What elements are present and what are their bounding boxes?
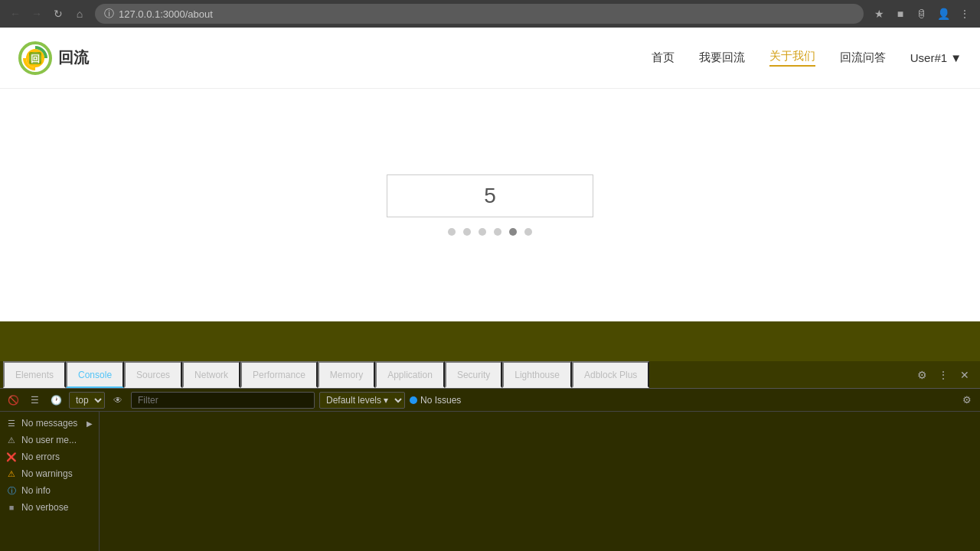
devtools-settings-btn[interactable]: ⚙	[913, 366, 931, 384]
browser-chrome: ← → ↻ ⌂ ⓘ 127.0.0.1:3000/about ★ ■ 🛢 👤 ⋮	[0, 0, 980, 28]
sidebar-item-no-warnings[interactable]: ⚠ No warnings	[0, 465, 99, 482]
levels-select[interactable]: Default levels ▾	[319, 392, 405, 409]
profile-button[interactable]: 👤	[934, 5, 952, 23]
extensions-button[interactable]: ■	[891, 5, 910, 23]
site-navbar: 回 回流 首页 我要回流 关于我们 回流问答 User#1 ▼	[0, 28, 980, 89]
console-main[interactable]	[100, 412, 980, 551]
carousel-dots	[448, 228, 532, 236]
svg-text:回: 回	[31, 54, 40, 64]
tab-sources[interactable]: Sources	[124, 361, 182, 388]
dark-band	[0, 321, 980, 361]
tab-elements[interactable]: Elements	[3, 361, 66, 388]
nav-buttons: ← → ↻ ⌂	[6, 5, 89, 23]
eye-btn[interactable]: 👁	[109, 392, 126, 409]
tab-application[interactable]: Application	[375, 361, 445, 388]
circle-slash-icon: ⚠	[6, 435, 17, 445]
menu-button[interactable]: ⋮	[956, 5, 974, 23]
home-button[interactable]: ⌂	[70, 5, 89, 23]
devtools: Elements Console Sources Network Perform…	[0, 361, 980, 551]
tab-actions: ⚙ ⋮ ✕	[913, 361, 977, 388]
sidebar-item-no-errors[interactable]: ❌ No errors	[0, 448, 99, 465]
nav-qa[interactable]: 回流问答	[840, 51, 886, 65]
devtools-close-btn[interactable]: ✕	[956, 366, 974, 384]
site-title: 回流	[58, 47, 89, 68]
no-errors-label: No errors	[21, 452, 60, 462]
info-icon: ⓘ	[6, 485, 17, 496]
tab-lighthouse[interactable]: Lighthouse	[502, 361, 572, 388]
tab-console[interactable]: Console	[66, 361, 124, 388]
tab-memory[interactable]: Memory	[318, 361, 375, 388]
no-info-label: No info	[21, 485, 51, 496]
user-label: User#1	[910, 51, 947, 64]
dot-1[interactable]	[448, 228, 456, 236]
no-issues-label: No Issues	[420, 395, 461, 406]
dot-6[interactable]	[524, 228, 532, 236]
issues-dot	[410, 396, 417, 404]
dot-5[interactable]	[509, 228, 517, 236]
sidebar-item-no-verbose[interactable]: ■ No verbose	[0, 499, 99, 516]
dot-4[interactable]	[494, 228, 501, 236]
user-menu[interactable]: User#1 ▼	[910, 51, 962, 64]
sidebar-item-no-info[interactable]: ⓘ No info	[0, 482, 99, 499]
show-timestamps-btn[interactable]: 🕐	[47, 392, 64, 409]
site-logo: 回 回流	[18, 41, 89, 75]
warning-icon: ⚠	[6, 468, 17, 479]
logo-icon: 回	[18, 41, 52, 75]
address-bar[interactable]: ⓘ 127.0.0.1:3000/about	[95, 4, 864, 24]
number-value: 5	[484, 184, 496, 208]
reload-button[interactable]: ↻	[49, 5, 67, 23]
no-user-label: No user me...	[21, 435, 77, 445]
nav-home[interactable]: 首页	[652, 51, 675, 65]
list-icon: ☰	[6, 418, 17, 429]
devtools-more-btn[interactable]: ⋮	[934, 366, 952, 384]
tab-performance[interactable]: Performance	[240, 361, 318, 388]
console-sidebar: ☰ No messages ▶ ⚠ No user me... ❌ No err…	[0, 412, 100, 551]
no-issues-badge: No Issues	[410, 395, 461, 406]
bookmark-button[interactable]: ★	[870, 5, 888, 23]
forward-button[interactable]: →	[28, 5, 46, 23]
no-verbose-label: No verbose	[21, 502, 68, 513]
back-button[interactable]: ←	[6, 5, 24, 23]
sidebar-item-no-user[interactable]: ⚠ No user me...	[0, 432, 99, 448]
no-messages-label: No messages	[21, 418, 77, 429]
verbose-icon: ■	[6, 502, 17, 513]
url-text: 127.0.0.1:3000/about	[119, 8, 213, 20]
adblock-button[interactable]: 🛢	[913, 5, 931, 23]
tabs-spacer	[649, 361, 913, 388]
filter-input[interactable]	[131, 392, 315, 409]
site-nav-links: 首页 我要回流 关于我们 回流问答 User#1 ▼	[652, 49, 962, 67]
security-icon: ⓘ	[104, 7, 114, 21]
dot-2[interactable]	[463, 228, 471, 236]
expand-arrow-icon: ▶	[87, 419, 93, 428]
tab-network[interactable]: Network	[182, 361, 240, 388]
clear-console-btn[interactable]: 🚫	[5, 392, 21, 409]
devtools-tabs: Elements Console Sources Network Perform…	[0, 361, 980, 389]
browser-actions: ★ ■ 🛢 👤 ⋮	[870, 5, 974, 23]
number-box: 5	[387, 174, 593, 217]
tab-security[interactable]: Security	[445, 361, 502, 388]
tab-adblock[interactable]: Adblock Plus	[572, 361, 649, 388]
devtools-toolbar: 🚫 ☰ 🕐 top 👁 Default levels ▾ No Issues ⚙	[0, 389, 980, 412]
console-settings-btn[interactable]: ⚙	[959, 392, 975, 409]
console-content: ☰ No messages ▶ ⚠ No user me... ❌ No err…	[0, 412, 980, 551]
nav-huanliu[interactable]: 我要回流	[699, 51, 745, 65]
dot-3[interactable]	[479, 228, 486, 236]
sidebar-item-no-messages[interactable]: ☰ No messages ▶	[0, 415, 99, 432]
nav-about[interactable]: 关于我们	[769, 49, 815, 67]
error-icon: ❌	[6, 452, 17, 462]
website: 回 回流 首页 我要回流 关于我们 回流问答 User#1 ▼ 5	[0, 28, 980, 321]
toggle-sidebar-btn[interactable]: ☰	[26, 392, 43, 409]
dropdown-arrow-icon: ▼	[950, 51, 962, 64]
context-select[interactable]: top	[69, 392, 105, 409]
site-main: 5	[0, 89, 980, 321]
no-warnings-label: No warnings	[21, 468, 73, 479]
